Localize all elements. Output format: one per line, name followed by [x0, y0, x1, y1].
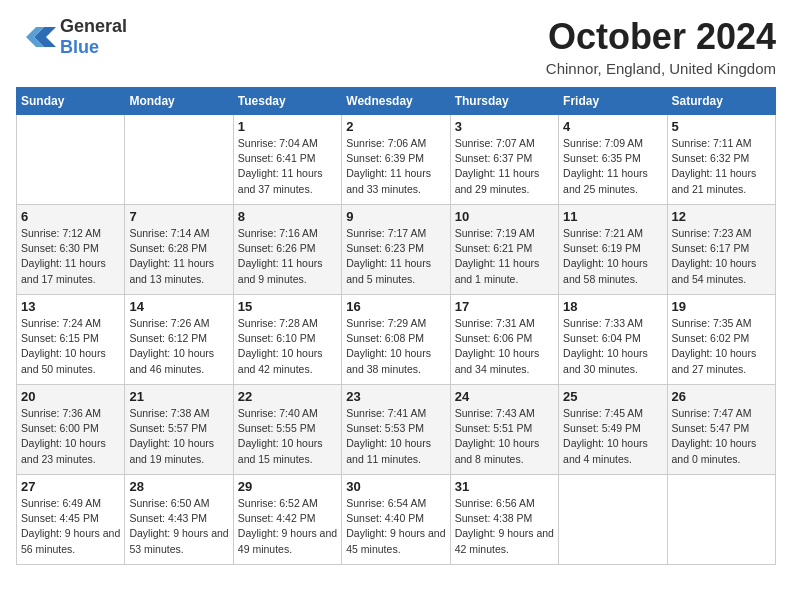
calendar-cell: 6Sunrise: 7:12 AM Sunset: 6:30 PM Daylig… [17, 205, 125, 295]
day-number: 12 [672, 209, 771, 224]
calendar-cell: 28Sunrise: 6:50 AM Sunset: 4:43 PM Dayli… [125, 475, 233, 565]
calendar-cell: 8Sunrise: 7:16 AM Sunset: 6:26 PM Daylig… [233, 205, 341, 295]
calendar-cell [667, 475, 775, 565]
weekday-header: Sunday [17, 88, 125, 115]
calendar-week-row: 1Sunrise: 7:04 AM Sunset: 6:41 PM Daylig… [17, 115, 776, 205]
day-number: 7 [129, 209, 228, 224]
day-info: Sunrise: 7:07 AM Sunset: 6:37 PM Dayligh… [455, 136, 554, 197]
day-number: 14 [129, 299, 228, 314]
day-info: Sunrise: 7:26 AM Sunset: 6:12 PM Dayligh… [129, 316, 228, 377]
day-number: 25 [563, 389, 662, 404]
day-info: Sunrise: 7:31 AM Sunset: 6:06 PM Dayligh… [455, 316, 554, 377]
day-number: 26 [672, 389, 771, 404]
calendar-cell: 14Sunrise: 7:26 AM Sunset: 6:12 PM Dayli… [125, 295, 233, 385]
day-info: Sunrise: 7:12 AM Sunset: 6:30 PM Dayligh… [21, 226, 120, 287]
calendar-cell: 26Sunrise: 7:47 AM Sunset: 5:47 PM Dayli… [667, 385, 775, 475]
day-info: Sunrise: 7:24 AM Sunset: 6:15 PM Dayligh… [21, 316, 120, 377]
calendar-week-row: 13Sunrise: 7:24 AM Sunset: 6:15 PM Dayli… [17, 295, 776, 385]
calendar-cell: 13Sunrise: 7:24 AM Sunset: 6:15 PM Dayli… [17, 295, 125, 385]
day-info: Sunrise: 6:49 AM Sunset: 4:45 PM Dayligh… [21, 496, 120, 557]
weekday-header: Thursday [450, 88, 558, 115]
day-number: 10 [455, 209, 554, 224]
calendar-cell: 24Sunrise: 7:43 AM Sunset: 5:51 PM Dayli… [450, 385, 558, 475]
day-number: 3 [455, 119, 554, 134]
day-info: Sunrise: 6:56 AM Sunset: 4:38 PM Dayligh… [455, 496, 554, 557]
day-info: Sunrise: 6:50 AM Sunset: 4:43 PM Dayligh… [129, 496, 228, 557]
title-area: October 2024 Chinnor, England, United Ki… [546, 16, 776, 77]
day-info: Sunrise: 6:54 AM Sunset: 4:40 PM Dayligh… [346, 496, 445, 557]
day-info: Sunrise: 7:40 AM Sunset: 5:55 PM Dayligh… [238, 406, 337, 467]
calendar-cell: 10Sunrise: 7:19 AM Sunset: 6:21 PM Dayli… [450, 205, 558, 295]
logo-general: General [60, 16, 127, 36]
calendar-cell: 30Sunrise: 6:54 AM Sunset: 4:40 PM Dayli… [342, 475, 450, 565]
day-info: Sunrise: 7:45 AM Sunset: 5:49 PM Dayligh… [563, 406, 662, 467]
day-number: 22 [238, 389, 337, 404]
day-number: 24 [455, 389, 554, 404]
location-title: Chinnor, England, United Kingdom [546, 60, 776, 77]
day-number: 29 [238, 479, 337, 494]
day-number: 20 [21, 389, 120, 404]
day-info: Sunrise: 7:47 AM Sunset: 5:47 PM Dayligh… [672, 406, 771, 467]
calendar-cell: 2Sunrise: 7:06 AM Sunset: 6:39 PM Daylig… [342, 115, 450, 205]
day-info: Sunrise: 7:43 AM Sunset: 5:51 PM Dayligh… [455, 406, 554, 467]
header: General Blue October 2024 Chinnor, Engla… [16, 16, 776, 77]
day-number: 16 [346, 299, 445, 314]
calendar-table: SundayMondayTuesdayWednesdayThursdayFrid… [16, 87, 776, 565]
day-number: 28 [129, 479, 228, 494]
calendar-cell: 18Sunrise: 7:33 AM Sunset: 6:04 PM Dayli… [559, 295, 667, 385]
day-info: Sunrise: 7:36 AM Sunset: 6:00 PM Dayligh… [21, 406, 120, 467]
calendar-cell: 29Sunrise: 6:52 AM Sunset: 4:42 PM Dayli… [233, 475, 341, 565]
day-number: 15 [238, 299, 337, 314]
calendar-cell: 27Sunrise: 6:49 AM Sunset: 4:45 PM Dayli… [17, 475, 125, 565]
logo-blue: Blue [60, 37, 99, 57]
weekday-header: Friday [559, 88, 667, 115]
day-info: Sunrise: 6:52 AM Sunset: 4:42 PM Dayligh… [238, 496, 337, 557]
day-info: Sunrise: 7:14 AM Sunset: 6:28 PM Dayligh… [129, 226, 228, 287]
day-number: 21 [129, 389, 228, 404]
calendar-cell: 16Sunrise: 7:29 AM Sunset: 6:08 PM Dayli… [342, 295, 450, 385]
calendar-cell: 12Sunrise: 7:23 AM Sunset: 6:17 PM Dayli… [667, 205, 775, 295]
day-info: Sunrise: 7:21 AM Sunset: 6:19 PM Dayligh… [563, 226, 662, 287]
calendar-cell: 1Sunrise: 7:04 AM Sunset: 6:41 PM Daylig… [233, 115, 341, 205]
day-info: Sunrise: 7:23 AM Sunset: 6:17 PM Dayligh… [672, 226, 771, 287]
day-info: Sunrise: 7:28 AM Sunset: 6:10 PM Dayligh… [238, 316, 337, 377]
day-info: Sunrise: 7:04 AM Sunset: 6:41 PM Dayligh… [238, 136, 337, 197]
calendar-cell: 23Sunrise: 7:41 AM Sunset: 5:53 PM Dayli… [342, 385, 450, 475]
calendar-cell: 3Sunrise: 7:07 AM Sunset: 6:37 PM Daylig… [450, 115, 558, 205]
calendar-cell: 31Sunrise: 6:56 AM Sunset: 4:38 PM Dayli… [450, 475, 558, 565]
day-info: Sunrise: 7:19 AM Sunset: 6:21 PM Dayligh… [455, 226, 554, 287]
calendar-cell: 4Sunrise: 7:09 AM Sunset: 6:35 PM Daylig… [559, 115, 667, 205]
day-info: Sunrise: 7:38 AM Sunset: 5:57 PM Dayligh… [129, 406, 228, 467]
calendar-cell: 11Sunrise: 7:21 AM Sunset: 6:19 PM Dayli… [559, 205, 667, 295]
day-number: 19 [672, 299, 771, 314]
day-number: 1 [238, 119, 337, 134]
day-number: 2 [346, 119, 445, 134]
day-info: Sunrise: 7:06 AM Sunset: 6:39 PM Dayligh… [346, 136, 445, 197]
weekday-header: Monday [125, 88, 233, 115]
weekday-header: Wednesday [342, 88, 450, 115]
logo-icon [16, 23, 56, 51]
day-number: 18 [563, 299, 662, 314]
day-number: 23 [346, 389, 445, 404]
calendar-week-row: 6Sunrise: 7:12 AM Sunset: 6:30 PM Daylig… [17, 205, 776, 295]
day-number: 27 [21, 479, 120, 494]
day-number: 4 [563, 119, 662, 134]
calendar-cell: 21Sunrise: 7:38 AM Sunset: 5:57 PM Dayli… [125, 385, 233, 475]
day-info: Sunrise: 7:29 AM Sunset: 6:08 PM Dayligh… [346, 316, 445, 377]
weekday-header: Saturday [667, 88, 775, 115]
day-number: 5 [672, 119, 771, 134]
calendar-cell: 7Sunrise: 7:14 AM Sunset: 6:28 PM Daylig… [125, 205, 233, 295]
calendar-cell [17, 115, 125, 205]
calendar-cell [125, 115, 233, 205]
day-info: Sunrise: 7:33 AM Sunset: 6:04 PM Dayligh… [563, 316, 662, 377]
day-number: 31 [455, 479, 554, 494]
calendar-cell: 20Sunrise: 7:36 AM Sunset: 6:00 PM Dayli… [17, 385, 125, 475]
calendar-week-row: 27Sunrise: 6:49 AM Sunset: 4:45 PM Dayli… [17, 475, 776, 565]
calendar-cell: 22Sunrise: 7:40 AM Sunset: 5:55 PM Dayli… [233, 385, 341, 475]
calendar-cell: 17Sunrise: 7:31 AM Sunset: 6:06 PM Dayli… [450, 295, 558, 385]
day-number: 8 [238, 209, 337, 224]
day-number: 11 [563, 209, 662, 224]
day-info: Sunrise: 7:16 AM Sunset: 6:26 PM Dayligh… [238, 226, 337, 287]
calendar-cell: 25Sunrise: 7:45 AM Sunset: 5:49 PM Dayli… [559, 385, 667, 475]
day-number: 9 [346, 209, 445, 224]
